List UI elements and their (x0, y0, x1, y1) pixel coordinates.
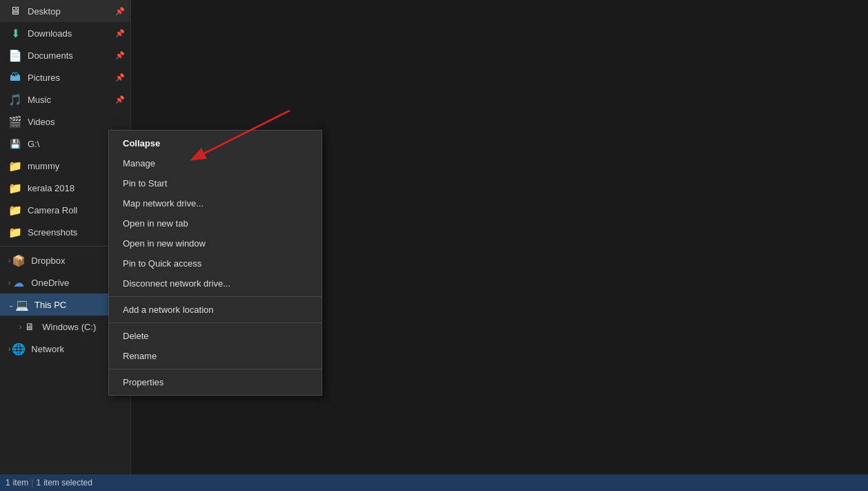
ctx-item-pin-start[interactable]: Pin to Start (109, 173, 322, 193)
sidebar-item-label: Music (28, 95, 112, 105)
onedrive-icon: ☁ (12, 276, 26, 289)
this-pc-icon: 💻 (15, 298, 29, 311)
sidebar-item-label: Desktop (28, 6, 112, 17)
pin-icon: 📌 (115, 7, 125, 16)
folder-icon: 📁 (8, 159, 22, 173)
ctx-item-label: Disconnect network drive... (123, 278, 230, 289)
selected-count: 1 (36, 478, 41, 488)
pin-icon: 📌 (115, 51, 125, 60)
ctx-separator-1 (109, 296, 322, 297)
folder-icon: 📁 (8, 203, 22, 217)
pin-icon: 📌 (115, 29, 125, 38)
ctx-item-add-network[interactable]: Add a network location (109, 300, 322, 320)
ctx-item-delete[interactable]: Delete (109, 326, 322, 346)
videos-icon: 🎬 (8, 115, 22, 128)
pin-icon: 📌 (115, 73, 125, 82)
ctx-item-label: Add a network location (123, 305, 214, 315)
ctx-item-label: Map network drive... (123, 198, 204, 209)
documents-icon: 📄 (8, 48, 22, 62)
chevron-down-icon: ⌄ (8, 301, 14, 309)
context-menu: Collapse Manage Pin to Start Map network… (108, 130, 322, 396)
windows-drive-icon: 🖥 (23, 320, 37, 334)
dropbox-icon: 📦 (12, 253, 26, 267)
sidebar-item-desktop[interactable]: 🖥 Desktop 📌 (0, 0, 130, 22)
sidebar-item-pictures[interactable]: 🏔 Pictures 📌 (0, 66, 130, 88)
ctx-item-manage[interactable]: Manage (109, 153, 322, 173)
ctx-item-properties[interactable]: Properties (109, 372, 322, 392)
ctx-separator-2 (109, 322, 322, 323)
sidebar-item-label: Pictures (28, 73, 112, 83)
ctx-item-open-new-tab[interactable]: Open in new tab (109, 213, 322, 233)
chevron-right-icon: › (8, 345, 10, 353)
chevron-right-icon: › (19, 323, 21, 331)
ctx-item-label: Collapse (123, 138, 160, 148)
ctx-item-label: Properties (123, 377, 164, 387)
statusbar: 1 item | 1 item selected (0, 474, 868, 491)
ctx-item-label: Manage (123, 158, 155, 169)
sidebar-item-label: Videos (28, 117, 125, 127)
item-label: item (13, 478, 29, 488)
pin-icon: 📌 (115, 95, 125, 104)
downloads-icon: ⬇ (8, 26, 22, 40)
ctx-separator-3 (109, 369, 322, 369)
statusbar-separator: | (31, 478, 33, 488)
sidebar-item-documents[interactable]: 📄 Documents 📌 (0, 44, 130, 66)
g-drive-icon: 💾 (8, 137, 22, 151)
ctx-item-collapse[interactable]: Collapse (109, 133, 322, 153)
ctx-item-label: Open in new window (123, 238, 206, 249)
ctx-item-rename[interactable]: Rename (109, 346, 322, 366)
desktop-icon: 🖥 (8, 4, 22, 18)
network-icon: 🌐 (12, 342, 26, 356)
sidebar-item-music[interactable]: 🎵 Music 📌 (0, 88, 130, 110)
ctx-item-pin-quick[interactable]: Pin to Quick access (109, 253, 322, 273)
selected-label: item selected (43, 478, 92, 488)
ctx-item-label: Pin to Start (123, 178, 167, 189)
sidebar-item-downloads[interactable]: ⬇ Downloads 📌 (0, 22, 130, 44)
sidebar-item-label: Documents (28, 50, 112, 61)
folder-icon: 📁 (8, 181, 22, 195)
ctx-item-map-network[interactable]: Map network drive... (109, 193, 322, 213)
music-icon: 🎵 (8, 93, 22, 106)
ctx-item-label: Pin to Quick access (123, 258, 201, 269)
ctx-item-open-new-window[interactable]: Open in new window (109, 233, 322, 253)
ctx-item-disconnect[interactable]: Disconnect network drive... (109, 273, 322, 293)
chevron-right-icon: › (8, 279, 10, 287)
pictures-icon: 🏔 (8, 70, 22, 84)
item-count: 1 (6, 478, 10, 488)
ctx-item-label: Delete (123, 331, 149, 341)
sidebar-item-label: Downloads (28, 28, 112, 39)
ctx-item-label: Open in new tab (123, 218, 188, 229)
chevron-right-icon: › (8, 257, 10, 264)
folder-icon: 📁 (8, 225, 22, 239)
ctx-item-label: Rename (123, 351, 157, 361)
